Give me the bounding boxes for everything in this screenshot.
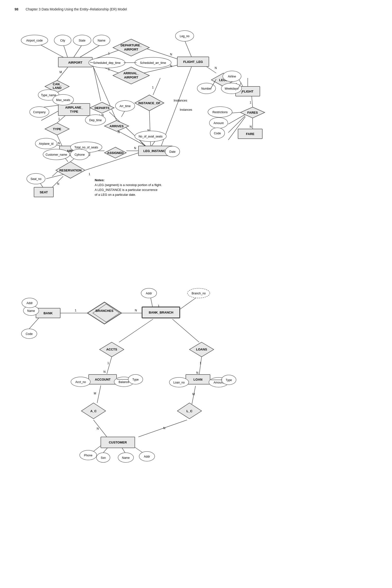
- attr-restrictions-label: Restrictions: [212, 110, 228, 114]
- attr-legno-label: Leg_no: [180, 34, 190, 38]
- attr-noavailseats-label: No_of_avail_seats: [139, 135, 163, 138]
- attr-bank-addr-label: Addr: [26, 302, 32, 305]
- canland-rel-label1: CAN_: [53, 82, 62, 86]
- attr-number-label: Number: [201, 87, 212, 90]
- airport-entity-label: AIRPORT: [68, 61, 82, 64]
- card-accts-1: 1: [107, 362, 109, 365]
- attr-cphone-label: Cphone: [74, 153, 85, 156]
- card-instof-1: 1: [152, 86, 154, 89]
- attr-loan-type-label: Type: [226, 378, 232, 382]
- airport-er-diagram: 1 N 1 N M N 1 N: [14, 16, 378, 216]
- attr-maxseats-label: Max_seats: [56, 98, 70, 102]
- departs-rel-label: DEPARTS: [94, 106, 109, 110]
- svg-line-1: [63, 44, 68, 58]
- fare-entity-label: FARE: [246, 132, 254, 136]
- assigned-rel-label: ASSIGNED: [107, 151, 124, 155]
- attr-name-label: Name: [98, 39, 106, 42]
- customer-entity-label: CUSTOMER: [109, 440, 127, 444]
- attr-deptime-label: Dep_time: [89, 118, 102, 122]
- attr-bb-addr-label: Addr: [146, 292, 152, 295]
- card-bb-1: 1: [158, 304, 160, 308]
- attr-balance-label: Balance: [118, 380, 129, 384]
- attr-code-label: Code: [214, 132, 221, 135]
- attr-state-label: State: [79, 39, 86, 42]
- attr-bank-code-label: Code: [26, 332, 33, 336]
- airport-svg: 1 N 1 N M N 1 N: [14, 16, 376, 215]
- page-number: 98: [14, 7, 18, 11]
- page-header: 98 Chapter 3 Data Modeling Using the Ent…: [14, 7, 378, 11]
- card-res-1: 1: [89, 172, 90, 176]
- card-assigned-n: N: [134, 146, 136, 150]
- attr-sched-arr-label: Scheduled_arr_time: [140, 61, 166, 64]
- card-bank-1: 1: [75, 309, 76, 312]
- card-ac-m: M: [94, 392, 96, 395]
- svg-line-56: [119, 319, 153, 342]
- attr-cust-addr-label: Addr: [144, 455, 150, 458]
- leginstance-entity-label: LEG_INSTANCE: [143, 149, 168, 153]
- card-arr-airport-n: N: [170, 64, 172, 68]
- arrives-rel-label: ARRIVES: [110, 124, 124, 128]
- bankbranch-entity-label: BANK_BRANCH: [149, 311, 173, 314]
- bank-entity-label: BANK: [44, 311, 53, 315]
- attr-custname-label: Customer_name: [46, 153, 67, 156]
- lc-rel-label: L_C: [186, 409, 192, 413]
- departureapt-rel-label2: AIRPORT: [124, 48, 138, 51]
- bank-er-diagram: 1 N 1 N 1 N M N M: [14, 226, 378, 464]
- svg-line-64: [29, 318, 39, 329]
- attr-airline-label: Airline: [228, 75, 236, 78]
- attr-typename-label: Type_name: [41, 94, 56, 97]
- attr-company-label: Company: [33, 110, 46, 114]
- reservation-rel-label: RESERVATION: [59, 168, 82, 172]
- attr-seatno-label: Seat_no: [30, 177, 42, 181]
- flightleg-entity-label: FLIGHT_LEG: [183, 60, 203, 64]
- card-loans-n: N: [196, 371, 198, 374]
- fares-rel-label: FARES: [247, 111, 258, 114]
- arrivalapt-rel-label2: AIRPORT: [124, 76, 138, 79]
- accts-rel-label: ACCTS: [106, 348, 117, 351]
- attr-airplaneid-label: Airplane_id: [39, 142, 54, 146]
- canland-rel-label2: LAND: [53, 86, 62, 90]
- card-lc-n: N: [163, 426, 166, 430]
- attr-cust-ssn-label: Ssn: [101, 456, 106, 460]
- attr-airport-code-label: Airport_code: [26, 39, 43, 42]
- notes-line3: of a LEG on a particular date.: [95, 193, 136, 196]
- svg-line-3: [78, 44, 102, 58]
- account-entity-label: ACCOUNT: [95, 378, 111, 381]
- ac-rel-label: A_C: [90, 409, 97, 413]
- card-fares-1: 1: [250, 101, 252, 104]
- card-lc-m: M: [192, 392, 195, 396]
- svg-line-28: [153, 78, 160, 95]
- attr-bank-name-label: Name: [27, 309, 35, 312]
- notes-title: Notes:: [95, 178, 104, 182]
- attr-loan-no-label: Loan_no: [174, 381, 185, 384]
- seat-entity-label: SEAT: [40, 190, 48, 194]
- card-res-seat-n: N: [57, 182, 59, 186]
- card-fares-n: N: [250, 125, 252, 128]
- svg-line-24: [184, 40, 192, 58]
- loan-entity-label: LOAN: [194, 378, 202, 381]
- attr-amount-label: Amount: [214, 122, 224, 125]
- svg-line-57: [172, 319, 199, 342]
- attr-weekdays-label: Weekdays: [225, 87, 238, 90]
- svg-line-58: [107, 357, 112, 374]
- card-dep-airport-1: 1: [108, 52, 110, 55]
- notes-line1: A LEG (segment) is a nonstop portion of …: [95, 183, 162, 187]
- attr-bb-branchno-label: Branch_no: [192, 292, 206, 295]
- instanceof-rel-label: INSTANCE_OF: [138, 101, 160, 105]
- loans-rel-label: LOANS: [196, 348, 207, 351]
- svg-line-39: [228, 114, 245, 124]
- attr-sched-dep-label: Scheduled_dep_time: [93, 61, 121, 64]
- card-fl-legs-n: N: [215, 66, 217, 70]
- svg-line-63: [138, 420, 187, 437]
- flight-entity-label: FLIGHT: [242, 90, 254, 93]
- svg-line-61: [94, 420, 107, 437]
- airplanetype-entity-label2: TYPE: [70, 110, 78, 114]
- svg-line-59: [199, 357, 202, 375]
- card-loans-1: 1: [200, 362, 201, 365]
- attr-arrtime-label: Arr_time: [120, 104, 131, 108]
- card-type-1: 1: [58, 117, 60, 121]
- card-accts-n: N: [104, 370, 106, 374]
- instances-label: Instances: [174, 98, 187, 102]
- attr-date-label: Date: [169, 150, 176, 154]
- card-type-n: N: [58, 142, 60, 145]
